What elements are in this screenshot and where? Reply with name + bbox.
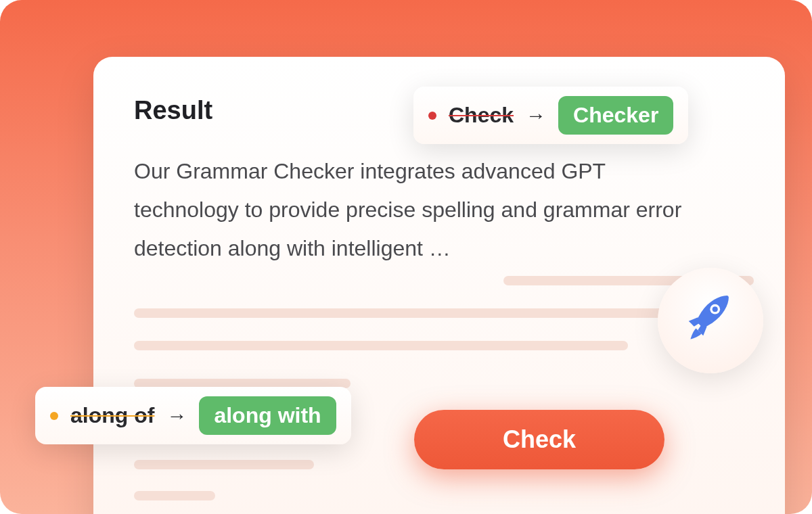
arrow-right-icon: → (166, 404, 187, 427)
suggestion-replacement: Checker (558, 96, 673, 135)
suggestion-pill-check[interactable]: Check → Checker (413, 87, 688, 144)
skeleton-bar (134, 460, 314, 469)
rocket-icon (681, 290, 740, 351)
severity-dot-icon (50, 412, 58, 420)
rocket-badge[interactable] (658, 268, 763, 373)
check-button-label: Check (503, 425, 576, 454)
arrow-right-icon: → (526, 104, 546, 127)
skeleton-bar (134, 308, 682, 318)
check-button[interactable]: Check (414, 410, 664, 469)
suggestion-pill-along[interactable]: along of → along with (35, 387, 351, 444)
result-body-text: Our Grammar Checker integrates advanced … (134, 152, 689, 268)
svg-point-1 (713, 306, 718, 312)
skeleton-bar (134, 341, 628, 350)
suggestion-replacement: along with (199, 396, 336, 435)
severity-dot-icon (428, 112, 436, 120)
suggestion-original: Check (449, 103, 514, 128)
suggestion-original: along of (70, 403, 154, 428)
skeleton-bar (134, 491, 215, 500)
promo-stage: Result Our Grammar Checker integrates ad… (0, 0, 812, 514)
